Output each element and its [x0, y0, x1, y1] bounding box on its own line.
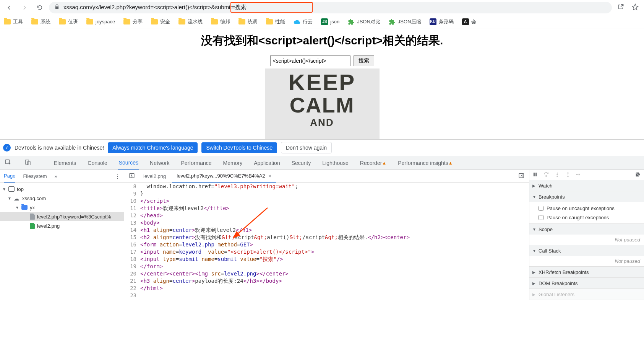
- code-line[interactable]: 22</html>: [124, 285, 529, 292]
- show-navigator-icon[interactable]: [127, 173, 137, 180]
- bookmark-item[interactable]: 德邦: [211, 18, 230, 25]
- code-line[interactable]: 11<title>欢迎来到level2</title>: [124, 205, 529, 212]
- address-bar[interactable]: xssaq.com/yx/level2.php?keyword=<script>…: [49, 2, 612, 13]
- device-toggle-icon[interactable]: [23, 159, 33, 167]
- callstack-header[interactable]: ▼Call Stack: [529, 245, 644, 256]
- code-line[interactable]: 15<h2 align=center>没有找到和&lt;script&gt;al…: [124, 234, 529, 241]
- tab-elements[interactable]: Elements: [53, 156, 77, 170]
- bookmark-item[interactable]: A会: [462, 18, 476, 25]
- bookmark-item[interactable]: 行云: [294, 18, 313, 25]
- poster-line3: AND: [310, 117, 334, 129]
- tab-application[interactable]: Application: [253, 156, 281, 170]
- code-line[interactable]: 17<input name=keyword value="<script>ale…: [124, 248, 529, 256]
- pause-caught-checkbox[interactable]: [539, 215, 543, 220]
- tree-file-php[interactable]: level2.php?keyword=%3Cscript%: [0, 212, 124, 221]
- show-debugger-icon[interactable]: [516, 173, 527, 180]
- dom-breakpoints-section[interactable]: ▶DOM Breakpoints: [529, 278, 644, 289]
- watch-section[interactable]: ▶Watch: [529, 180, 644, 191]
- code-line[interactable]: 9}: [124, 190, 529, 197]
- code-line[interactable]: 20</center><center><img src=level2.png><…: [124, 270, 529, 277]
- bookmark-item[interactable]: 流水线: [178, 18, 203, 25]
- breakpoints-header[interactable]: ▼Breakpoints: [529, 191, 644, 202]
- tab-security[interactable]: Security: [291, 156, 312, 170]
- code-line[interactable]: 21<h3 align=center>payload的长度:24</h3></b…: [124, 277, 529, 285]
- more-tabs-icon[interactable]: »: [55, 173, 57, 179]
- code-line[interactable]: 13<body>: [124, 219, 529, 227]
- bookmark-item[interactable]: 统调: [238, 18, 258, 25]
- bookmark-item[interactable]: 工具: [4, 18, 23, 25]
- keyword-input[interactable]: [270, 55, 350, 66]
- navigator-tab-filesystem[interactable]: Filesystem: [23, 170, 47, 183]
- code-line[interactable]: 23: [124, 292, 529, 299]
- tab-console[interactable]: Console: [87, 156, 108, 170]
- bookmark-item[interactable]: KU条形码: [430, 18, 454, 25]
- submit-button[interactable]: [354, 55, 374, 66]
- code-editor[interactable]: 8 window.location.href="level3.php?writi…: [124, 183, 529, 300]
- back-button[interactable]: [3, 2, 15, 14]
- code-line[interactable]: 16<form action=level2.php method=GET>: [124, 241, 529, 248]
- tree-top[interactable]: ▼top: [0, 184, 124, 194]
- close-tab-icon[interactable]: ×: [268, 173, 271, 179]
- step-over-button[interactable]: [543, 171, 549, 179]
- bookmark-item[interactable]: 系统: [31, 18, 50, 25]
- pause-button[interactable]: [532, 172, 538, 178]
- step-out-button[interactable]: [565, 172, 571, 178]
- pause-uncaught-checkbox[interactable]: [539, 206, 543, 211]
- code-content: </head>: [140, 212, 529, 219]
- devtools-body: Page Filesystem » ⋮ ▼top ▼xssaq.com ▼yx …: [0, 170, 644, 300]
- reload-button[interactable]: [34, 2, 46, 14]
- inspect-element-icon[interactable]: [3, 159, 13, 167]
- code-line[interactable]: 19</form>: [124, 263, 529, 270]
- bookmark-label: 性能: [275, 18, 285, 25]
- tab-memory[interactable]: Memory: [222, 156, 243, 170]
- svg-rect-7: [535, 173, 537, 176]
- line-number: 19: [124, 263, 140, 270]
- tab-recorder[interactable]: Recorder ▲: [359, 156, 387, 170]
- step-into-button[interactable]: [555, 172, 560, 178]
- navigator-more-icon[interactable]: ⋮: [115, 173, 120, 179]
- dont-show-again-button[interactable]: Don't show again: [281, 142, 332, 153]
- share-icon[interactable]: [615, 3, 626, 11]
- bookmark-item[interactable]: JSON压缩: [389, 18, 421, 25]
- code-line[interactable]: 8 window.location.href="level3.php?writi…: [124, 183, 529, 190]
- deactivate-breakpoints-button[interactable]: [635, 171, 641, 179]
- bookmark-item[interactable]: joyspace: [86, 19, 115, 24]
- tab-performance[interactable]: Performance: [180, 156, 212, 170]
- tree-domain[interactable]: ▼xssaq.com: [0, 194, 124, 203]
- bookmark-item[interactable]: JSjson: [321, 18, 339, 25]
- flask-icon: ▲: [448, 160, 453, 166]
- bookmark-item[interactable]: 性能: [266, 18, 285, 25]
- xhr-breakpoints-section[interactable]: ▶XHR/fetch Breakpoints: [529, 267, 644, 278]
- code-line[interactable]: 10</script>: [124, 197, 529, 205]
- tab-lighthouse[interactable]: Lighthouse: [321, 156, 349, 170]
- scope-header[interactable]: ▼Scope: [529, 224, 644, 235]
- editor-tab-png[interactable]: level2.png: [139, 170, 170, 183]
- switch-to-chinese-button[interactable]: Switch DevTools to Chinese: [201, 142, 277, 153]
- editor-tab-php[interactable]: level2.php?keyw...90%9C%E7%B4%A2×: [172, 170, 276, 183]
- tab-sources[interactable]: Sources: [118, 156, 139, 170]
- bookmark-item[interactable]: 分享: [123, 18, 143, 25]
- json-icon: JS: [321, 18, 328, 25]
- code-line[interactable]: 14<h1 align=center>欢迎来到level2</h1>: [124, 227, 529, 234]
- code-content: <title>欢迎来到level2</title>: [140, 205, 529, 212]
- star-icon[interactable]: [629, 3, 641, 11]
- step-button[interactable]: [576, 172, 581, 178]
- bookmark-item[interactable]: 值班: [59, 18, 78, 25]
- code-line[interactable]: 12</head>: [124, 212, 529, 219]
- tree-file-png[interactable]: level2.png: [0, 221, 124, 230]
- bookmark-item[interactable]: JSON对比: [348, 18, 380, 25]
- scope-section: ▼Scope Not paused: [529, 224, 644, 245]
- flask-icon: ▲: [382, 160, 386, 166]
- svg-point-10: [568, 176, 568, 176]
- tab-network[interactable]: Network: [149, 156, 170, 170]
- folder-icon: [211, 19, 218, 24]
- code-content: }: [140, 190, 529, 197]
- code-line[interactable]: 18<input type=submit name=submit value="…: [124, 256, 529, 263]
- always-match-button[interactable]: Always match Chrome's language: [108, 142, 198, 153]
- bookmark-item[interactable]: 安全: [151, 18, 170, 25]
- forward-button[interactable]: [18, 2, 31, 14]
- global-listeners-section[interactable]: ▶Global Listeners: [529, 289, 644, 300]
- navigator-tab-page[interactable]: Page: [4, 170, 15, 183]
- tab-performance-insights[interactable]: Performance insights ▲: [397, 156, 453, 170]
- tree-folder-yx[interactable]: ▼yx: [0, 203, 124, 212]
